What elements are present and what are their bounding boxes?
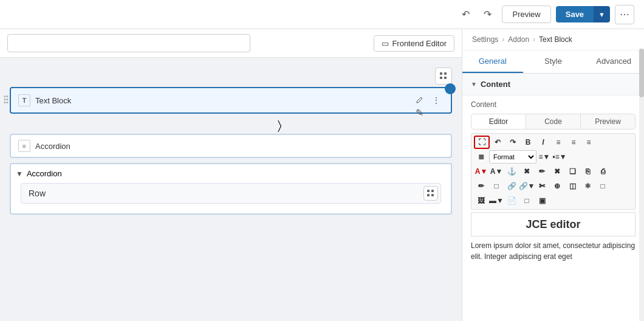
- toolbar-link-dd-button[interactable]: 🔗▼: [519, 179, 534, 193]
- svg-point-6: [448, 86, 453, 91]
- toolbar-row-5: 🖼 ▬▼ 📄 □ ▣: [474, 194, 632, 207]
- grid-icon: [440, 72, 447, 80]
- blue-dot-badge: [445, 83, 456, 94]
- text-block-item: T Text Block ✎ ⋮: [10, 87, 452, 114]
- frontend-editor-label: Frontend Editor: [392, 39, 447, 48]
- toolbar-file-button[interactable]: 📄: [504, 194, 519, 207]
- toolbar-remove-format-button[interactable]: ✖: [550, 165, 564, 178]
- save-group: Save ▼: [556, 6, 610, 22]
- svg-point-2: [4, 102, 6, 103]
- accordion-type-icon: ≡: [18, 140, 30, 152]
- text-block-edit-button[interactable]: ✎: [412, 93, 426, 108]
- frontend-editor-button[interactable]: ▭ Frontend Editor: [374, 35, 454, 52]
- section-collapse-icon: ▼: [471, 81, 477, 88]
- toolbar-special-char-button[interactable]: ✖: [519, 165, 534, 178]
- panel-scroll-thumb: [639, 49, 644, 97]
- toolbar-paste-text-button[interactable]: ⎙: [595, 165, 610, 178]
- canvas-area: ▭ Frontend Editor: [0, 29, 462, 321]
- toolbar-template-button[interactable]: □: [519, 194, 534, 207]
- text-block-drag-handle[interactable]: [2, 94, 10, 108]
- section-label: Content: [481, 80, 510, 89]
- row-grid-button[interactable]: [423, 186, 438, 201]
- jce-editor-label: JCE editor: [526, 218, 580, 231]
- accordion-block-item: ≡ Accordion: [10, 134, 452, 158]
- toolbar-row-2: ≣ Format Paragraph Heading 1 Heading 2 ≡…: [474, 150, 632, 164]
- toolbar-format-select[interactable]: Format Paragraph Heading 1 Heading 2: [489, 150, 536, 164]
- breadcrumb-current: Text Block: [539, 35, 572, 44]
- toolbar-table5-button[interactable]: ▣: [535, 194, 549, 207]
- save-button[interactable]: Save: [556, 6, 594, 22]
- toolbar-align-center-button[interactable]: ≡: [566, 136, 581, 149]
- editor-tab-preview[interactable]: Preview: [581, 114, 635, 129]
- toolbar-bold-button[interactable]: B: [521, 136, 535, 149]
- toolbar-bg-color-button[interactable]: A▼: [489, 165, 504, 178]
- svg-point-0: [4, 95, 6, 97]
- tab-advanced[interactable]: Advanced: [583, 50, 644, 73]
- accordion-collapse-icon: ▼: [16, 170, 23, 178]
- toolbar-anchor-button[interactable]: ⚓: [504, 165, 519, 178]
- text-block-more-button[interactable]: ⋮: [429, 93, 444, 108]
- jce-editor-display[interactable]: JCE editor: [471, 212, 635, 236]
- toolbar-para-button[interactable]: ≣: [474, 150, 488, 164]
- svg-point-4: [7, 98, 9, 100]
- text-block-label: Text Block: [35, 96, 407, 105]
- toolbar-table-del-button[interactable]: □: [489, 179, 504, 193]
- breadcrumb-addon: Addon: [508, 35, 529, 44]
- panel-body: ▼ Content Content Editor Code Preview ⛶ …: [462, 74, 644, 321]
- grid-layout-button[interactable]: [435, 67, 452, 85]
- toolbar-view-button[interactable]: ◫: [565, 179, 580, 193]
- toolbar-cut-button[interactable]: ✄: [535, 179, 549, 193]
- editor-tabs: Editor Code Preview: [471, 114, 635, 129]
- accordion-inner-block: ▼ Accordion Row: [10, 163, 452, 215]
- toolbar-row-3: A▼ A▼ ⚓ ✖ ✏ ✖ ❏ ⎘ ⎙: [474, 165, 632, 178]
- tab-style[interactable]: Style: [523, 50, 584, 73]
- lorem-text: Lorem ipsum dolor sit amet, consectetur …: [471, 241, 635, 261]
- toolbar-option-button[interactable]: ⚛: [580, 179, 595, 193]
- toolbar-copy-button[interactable]: ❏: [565, 165, 580, 178]
- text-block-header: T Text Block ✎ ⋮: [11, 88, 451, 112]
- edit-icon: [415, 96, 423, 105]
- toolbar-expand-button[interactable]: ⛶: [474, 136, 490, 149]
- toolbar-row-1: ⛶ ↶ ↷ B I ≡ ≡ ≡: [474, 136, 632, 149]
- toolbar-align-right-button[interactable]: ≡: [581, 136, 596, 149]
- toolbar-align-left-button[interactable]: ≡: [551, 136, 566, 149]
- toolbar-font-color-button[interactable]: A▼: [474, 165, 488, 178]
- panel-tabs: General Style Advanced: [462, 50, 644, 74]
- svg-point-5: [7, 102, 9, 103]
- redo-button[interactable]: ↷: [478, 5, 497, 24]
- canvas-row-top: T Text Block ✎ ⋮: [10, 67, 452, 215]
- toolbar-link-button[interactable]: 🔗: [504, 179, 519, 193]
- canvas-content: T Text Block ✎ ⋮: [0, 58, 462, 319]
- panel-scrollbar[interactable]: [639, 49, 644, 321]
- canvas-top-bar: ▭ Frontend Editor: [0, 29, 462, 58]
- svg-point-3: [7, 95, 9, 97]
- toolbar-italic-button[interactable]: I: [536, 136, 550, 149]
- toolbar-fs-button[interactable]: □: [595, 179, 610, 193]
- editor-tab-code[interactable]: Code: [526, 114, 581, 129]
- toolbar-table-edit-button[interactable]: ✏: [474, 179, 488, 193]
- undo-button[interactable]: ↶: [456, 5, 475, 24]
- toolbar-image-button[interactable]: 🖼: [474, 194, 488, 207]
- toolbar-table-insert-button[interactable]: ✏: [535, 165, 549, 178]
- breadcrumb-sep1: ›: [502, 35, 504, 44]
- toolbar-ul-button[interactable]: •≡▼: [552, 150, 567, 164]
- blue-dot-icon: [447, 86, 453, 92]
- toolbar-insert-button[interactable]: ⊕: [550, 179, 564, 193]
- preview-button[interactable]: Preview: [502, 5, 550, 23]
- editor-tab-editor[interactable]: Editor: [471, 114, 526, 129]
- accordion-inner-header: ▼ Accordion: [16, 169, 446, 178]
- tab-general[interactable]: General: [462, 50, 523, 73]
- svg-point-1: [4, 98, 6, 100]
- toolbar-paste-button[interactable]: ⎘: [580, 165, 595, 178]
- toolbar-media-button[interactable]: ▬▼: [489, 194, 504, 207]
- save-dropdown-button[interactable]: ▼: [594, 6, 610, 22]
- drag-icon: [2, 94, 10, 106]
- toolbar-undo-button[interactable]: ↶: [490, 136, 505, 149]
- toolbar-redo-button[interactable]: ↷: [505, 136, 520, 149]
- more-options-button[interactable]: ⋯: [615, 5, 634, 24]
- toolbar-ol-button[interactable]: ≡▼: [537, 150, 552, 164]
- accordion-row: Row: [21, 183, 441, 204]
- section-header-content: ▼ Content: [462, 74, 644, 95]
- row-grid-icon: [427, 190, 434, 197]
- search-input[interactable]: [7, 34, 250, 52]
